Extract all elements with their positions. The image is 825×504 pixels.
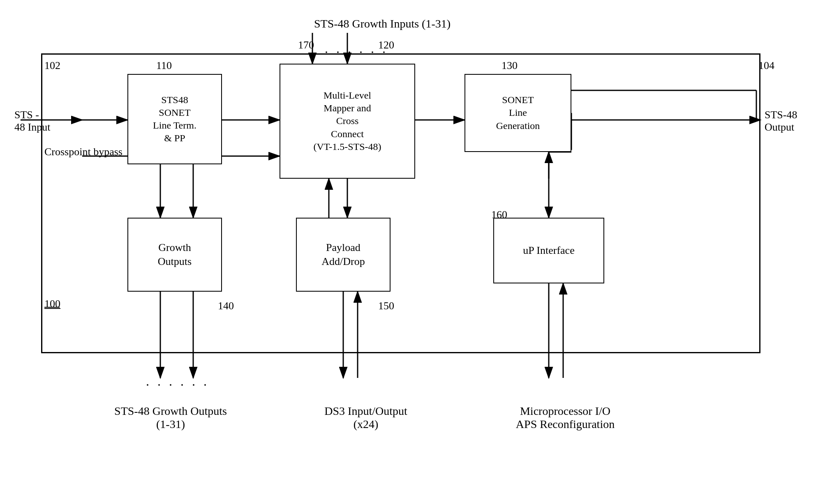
ref-140: 140 [218,300,234,312]
growth-outputs-dots: . . . . . . [146,374,209,389]
multi-level-mapper-label: Multi-LevelMapper andCrossConnect(VT-1.5… [313,89,381,153]
payload-add-drop-block: PayloadAdd/Drop [296,218,391,292]
ref-130: 130 [501,60,518,72]
diagram-container: STS48SONETLine Term.& PP Multi-LevelMapp… [0,0,825,504]
ref-170: 170 [298,39,314,51]
crosspoint-bypass-label: Crosspoint bypass [44,146,122,158]
ref-100: 100 [44,298,60,310]
up-interface-block: uP Interface [493,218,604,283]
ref-120: 120 [378,39,394,51]
ds3-io-label: DS3 Input/Output(x24) [304,405,428,431]
up-interface-label: uP Interface [523,244,574,258]
sts48-input-label: STS -48 Input [14,109,50,133]
sonet-line-gen-label: SONETLineGeneration [496,94,540,132]
sts48-output-label: STS-48Output [765,109,797,133]
ref-160: 160 [491,209,507,221]
ref-110: 110 [156,60,172,72]
payload-add-drop-label: PayloadAdd/Drop [321,241,365,269]
ref-102: 102 [44,60,60,72]
sonet-line-term-label: STS48SONETLine Term.& PP [153,94,196,145]
ref-150: 150 [378,300,394,312]
multi-level-mapper-block: Multi-LevelMapper andCrossConnect(VT-1.5… [280,64,415,179]
ref-104: 104 [758,60,774,72]
growth-outputs-block: GrowthOutputs [127,218,222,292]
sts48-growth-outputs-label: STS-48 Growth Outputs(1-31) [92,405,249,431]
sts48-growth-inputs-label: STS-48 Growth Inputs (1-31) [280,17,485,30]
sonet-line-gen-block: SONETLineGeneration [464,74,571,152]
growth-outputs-label: GrowthOutputs [158,241,192,269]
sonet-line-term-block: STS48SONETLine Term.& PP [127,74,222,164]
microprocessor-io-label: Microprocessor I/OAPS Reconfiguration [487,405,643,431]
